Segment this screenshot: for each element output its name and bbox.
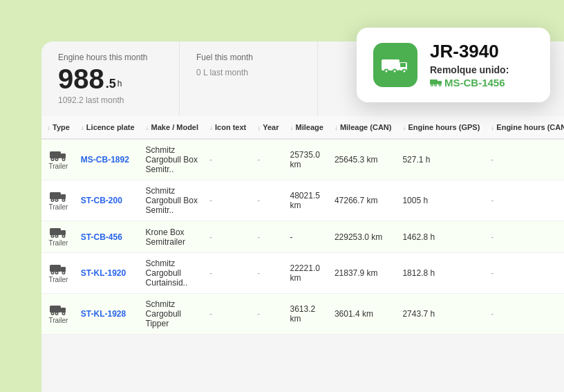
- stat-engine-hours-label: Engine hours this month: [58, 53, 162, 62]
- svg-point-16: [440, 84, 441, 86]
- cell-type: Trailer: [41, 180, 75, 221]
- type-cell: Trailer: [47, 227, 70, 247]
- stat-engine-hours-sub: 1092.2 last month: [58, 95, 162, 105]
- license-link[interactable]: ST-KL-1920: [81, 268, 126, 278]
- cell-model: Schmitz Cargobull Box Semitr..: [140, 180, 204, 221]
- col-engine-can[interactable]: ↓Engine hours (CAN): [485, 116, 564, 139]
- col-year[interactable]: ↓Year: [252, 116, 284, 139]
- col-model[interactable]: ↓Make / Model: [140, 116, 204, 139]
- svg-rect-50: [61, 308, 66, 312]
- col-engine-gps[interactable]: ↓Engine hours (GPS): [397, 116, 485, 139]
- cell-icon-text: -: [204, 221, 252, 253]
- cell-mileage: 25735.0 km: [285, 139, 329, 180]
- svg-point-23: [56, 158, 57, 160]
- col-mileage-can[interactable]: ↓Mileage (CAN): [329, 116, 397, 139]
- svg-point-54: [52, 312, 53, 314]
- license-link[interactable]: ST-CB-456: [81, 232, 122, 242]
- cell-year: -: [252, 294, 284, 335]
- stat-fuel-label: Fuel this month: [196, 53, 301, 62]
- cell-license[interactable]: ST-CB-200: [75, 180, 140, 221]
- table-row: Trailer ST-KL-1920Schmitz Cargobull Curt…: [41, 253, 564, 294]
- cell-engine-can: -: [485, 180, 564, 221]
- cell-year: -: [252, 221, 284, 253]
- svg-rect-18: [61, 153, 66, 158]
- cell-mileage: 22221.0 km: [285, 253, 329, 294]
- cell-icon-text: -: [204, 180, 252, 221]
- trailer-icon: [50, 227, 66, 238]
- stat-engine-hours-value: 988 .5 h: [58, 65, 162, 93]
- svg-rect-33: [50, 228, 61, 235]
- trailer-icon: [50, 150, 66, 161]
- cell-mileage: -: [285, 221, 329, 253]
- svg-point-40: [63, 236, 64, 237]
- svg-rect-34: [61, 230, 66, 235]
- cell-license[interactable]: ST-KL-1928: [75, 294, 140, 335]
- type-cell: Trailer: [47, 304, 70, 324]
- svg-rect-2: [400, 63, 406, 67]
- truck-popup-icon: [382, 51, 409, 79]
- svg-rect-25: [50, 192, 61, 199]
- stat-card-fuel: Fuel this month 0 L last month: [180, 41, 318, 116]
- cell-engine-can: -: [485, 221, 564, 253]
- vehicle-popup: JR-3940 Remolque unido: MS-CB-1456: [357, 28, 550, 102]
- cell-model: Schmitz Cargobull Curtainsid..: [140, 253, 204, 294]
- svg-rect-41: [50, 265, 61, 272]
- cell-model: Schmitz Cargobull Box Semitr..: [140, 139, 204, 180]
- stat-big: 988: [58, 65, 104, 93]
- cell-mileage-can: 229253.0 km: [329, 221, 397, 253]
- svg-point-39: [56, 236, 57, 237]
- svg-point-8: [404, 70, 406, 72]
- svg-point-7: [394, 70, 396, 72]
- small-truck-icon: [430, 78, 442, 86]
- svg-rect-9: [430, 80, 438, 84]
- stat-unit: h: [118, 79, 122, 88]
- cell-mileage: 48021.5 km: [285, 180, 329, 221]
- vehicles-table: ↓Type ↓Licence plate ↓Make / Model ↓Icon…: [41, 116, 564, 335]
- table-header-row: ↓Type ↓Licence plate ↓Make / Model ↓Icon…: [41, 116, 564, 139]
- license-link[interactable]: MS-CB-1892: [81, 155, 129, 165]
- stat-card-engine-hours: Engine hours this month 988 .5 h 1092.2 …: [41, 41, 180, 116]
- cell-icon-text: -: [204, 253, 252, 294]
- table-container: ↓Type ↓Licence plate ↓Make / Model ↓Icon…: [41, 116, 564, 335]
- table-row: Trailer ST-CB-200Schmitz Cargobull Box S…: [41, 180, 564, 221]
- cell-mileage: 3613.2 km: [285, 294, 329, 335]
- popup-remolque-id: MS-CB-1456: [444, 77, 505, 88]
- table-row: Trailer MS-CB-1892Schmitz Cargobull Box …: [41, 139, 564, 180]
- cell-mileage-can: 3601.4 km: [329, 294, 397, 335]
- cell-type: Trailer: [41, 294, 75, 335]
- svg-point-6: [386, 70, 388, 72]
- svg-rect-0: [382, 59, 400, 71]
- cell-engine-can: -: [485, 253, 564, 294]
- svg-rect-17: [50, 151, 61, 158]
- svg-point-38: [52, 236, 53, 237]
- table-row: Trailer ST-CB-456Krone Box Semitrailer--…: [41, 221, 564, 253]
- cell-type: Trailer: [41, 139, 75, 180]
- svg-rect-49: [50, 306, 61, 312]
- svg-point-14: [431, 84, 433, 86]
- license-link[interactable]: ST-CB-200: [81, 196, 122, 205]
- cell-license[interactable]: MS-CB-1892: [75, 139, 140, 180]
- col-license[interactable]: ↓Licence plate: [75, 116, 140, 139]
- cell-license[interactable]: ST-CB-456: [75, 221, 140, 253]
- svg-point-48: [63, 272, 64, 273]
- svg-point-55: [56, 312, 57, 314]
- svg-point-32: [63, 199, 64, 200]
- cell-icon-text: -: [204, 139, 252, 180]
- popup-vehicle-icon: [373, 43, 417, 87]
- popup-info: JR-3940 Remolque unido: MS-CB-1456: [430, 41, 509, 88]
- svg-point-22: [52, 158, 53, 160]
- col-type[interactable]: ↓Type: [41, 116, 75, 139]
- popup-remolque-value: MS-CB-1456: [430, 77, 509, 88]
- popup-vehicle-id: JR-3940: [430, 41, 509, 62]
- popup-remolque-label: Remolque unido:: [430, 64, 509, 75]
- svg-point-31: [56, 199, 57, 200]
- cell-engine-gps: 1462.8 h: [397, 221, 485, 253]
- col-icon-text[interactable]: ↓Icon text: [204, 116, 252, 139]
- license-link[interactable]: ST-KL-1928: [81, 309, 126, 319]
- cell-type: Trailer: [41, 221, 75, 253]
- col-mileage[interactable]: ↓Mileage: [285, 116, 329, 139]
- cell-icon-text: -: [204, 294, 252, 335]
- cell-license[interactable]: ST-KL-1920: [75, 253, 140, 294]
- svg-point-24: [63, 158, 64, 160]
- svg-point-56: [63, 312, 64, 314]
